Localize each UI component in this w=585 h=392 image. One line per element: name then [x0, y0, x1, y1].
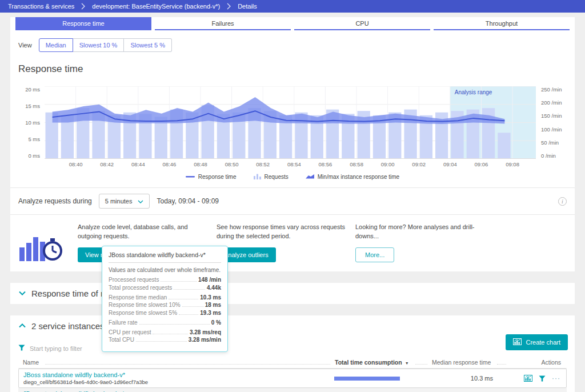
legend-item-bars: Requests [254, 173, 289, 181]
legend-item-line: Response time [186, 174, 237, 180]
legend-label: Min/max instance response time [318, 174, 399, 180]
chevron-down-icon [138, 198, 143, 205]
table-row-0[interactable]: JBoss standalone wildfly backend-v*diego… [18, 369, 567, 388]
legend-label: Requests [265, 174, 289, 180]
tooltip-title: JBoss standalone wildfly backend-v* [109, 251, 221, 263]
x-axis-tick: 08:56 [319, 161, 332, 167]
tab-bar: Response timeFailuresCPUThroughput [10, 17, 575, 30]
analysis-actions: Analyze code level, database calls, and … [10, 215, 575, 268]
view-option-slowest-10-[interactable]: Slowest 10 % [73, 38, 125, 52]
view-option-median[interactable]: Median [39, 38, 73, 52]
tab-failures[interactable]: Failures [155, 17, 291, 30]
legend-item-area: Min/max instance response time [306, 174, 399, 180]
more-icon[interactable]: ··· [552, 377, 560, 380]
breadcrumb-item-2[interactable]: Details [233, 3, 262, 10]
column-actions: Actions [511, 359, 563, 366]
chart-legend: Response timeRequestsMin/max instance re… [10, 173, 575, 181]
x-axis-tick: 08:40 [69, 161, 83, 167]
tooltip-row: CPU per request3.28 ms/req [109, 329, 221, 335]
view-option-slowest-5-[interactable]: Slowest 5 % [124, 38, 172, 52]
instance-link[interactable]: JBoss standalone wildfly backend-v* [23, 371, 125, 378]
action-card-text: See how response times vary across reque… [217, 223, 345, 242]
tooltip-subtitle: Values are calculated over whole timefra… [109, 267, 221, 273]
analyze-row: Analyze requests during 5 minutes Today,… [10, 188, 575, 214]
left-axis-tick: 5 ms [28, 136, 40, 142]
create-chart-label: Create chart [526, 339, 560, 346]
instances-table: Name Total time consumption ▼ Median res… [18, 359, 567, 392]
requests-section-header[interactable]: Response time of requests [18, 289, 567, 298]
tooltip-row-value: 19.3 ms [200, 310, 221, 316]
dotted-leader [161, 281, 197, 282]
right-axis: 250 /min200 /min150 /min100 /min50 /min0… [536, 86, 569, 159]
table-row-1[interactable]: JBoss standalone wildfly backend-v*diego… [18, 388, 567, 392]
tab-response-time[interactable]: Response time [15, 17, 151, 30]
consumption-bar-fill [334, 377, 400, 381]
tooltip-row-value: 4.44k [207, 285, 221, 291]
duration-select[interactable]: 5 minutes [99, 194, 150, 209]
column-name[interactable]: Name [23, 359, 335, 366]
tooltip-row-value: 3.28 ms/req [190, 329, 221, 335]
filter-placeholder: Start typing to filter [30, 345, 82, 352]
tooltip-row-label: Total CPU [109, 337, 134, 343]
left-axis-tick: 0 ms [28, 153, 40, 159]
dotted-leader [139, 324, 210, 325]
info-icon[interactable]: i [558, 197, 567, 206]
breadcrumb: Transactions & servicesdevelopment: Base… [0, 0, 585, 13]
instances-section-title: 2 service instances [31, 321, 105, 331]
right-axis-tick: 150 /min [541, 113, 569, 119]
x-axis-tick: 09:02 [412, 161, 426, 167]
column-total-time-consumption[interactable]: Total time consumption ▼ [335, 359, 432, 366]
right-axis-tick: 100 /min [541, 126, 569, 133]
tooltip-row-value: 148 /min [198, 277, 221, 283]
tooltip-row: Response time slowest 10%18 ms [109, 302, 221, 308]
tooltip-row-value: 10.3 ms [200, 294, 221, 301]
response-time-chart: 20 ms15 ms10 ms5 ms0 ms Analysis range 0… [10, 81, 575, 167]
x-axis-tick: 08:50 [225, 161, 239, 167]
requests-section: Response time of requests [10, 283, 575, 304]
action-button-2[interactable]: More... [355, 247, 394, 262]
x-axis-tick: 08:54 [287, 161, 301, 167]
filter-input[interactable]: Start typing to filter [18, 345, 567, 352]
instances-section: 2 service instances Create chart Start t… [10, 315, 575, 392]
tab-throughput[interactable]: Throughput [434, 17, 570, 30]
breadcrumb-item-0[interactable]: Transactions & services [3, 3, 79, 10]
timeframe-text: Today, 09:04 - 09:09 [157, 197, 219, 205]
dotted-leader [136, 341, 187, 342]
chevron-right-icon [227, 3, 231, 10]
chart-plot[interactable]: Analysis range 08:4008:4208:4408:4608:48… [45, 86, 536, 167]
x-axis-tick: 08:58 [350, 161, 363, 167]
action-card-text: Looking for more? More analyses and dril… [355, 223, 484, 242]
tooltip-group: CPU per request3.28 ms/reqTotal CPU3.28 … [109, 329, 221, 343]
left-axis-tick: 20 ms [25, 86, 40, 93]
x-axis-tick: 09:06 [475, 161, 488, 167]
page: Transactions & servicesdevelopment: Base… [0, 0, 585, 392]
chart-title: Response time [10, 54, 575, 76]
column-median-response-time[interactable]: Median response time [432, 359, 511, 366]
tab-cpu[interactable]: CPU [294, 17, 430, 30]
x-axis-tick: 08:52 [256, 161, 270, 167]
tooltip-group: Processed requests148 /minTotal processe… [109, 277, 221, 291]
create-chart-button[interactable]: Create chart [506, 334, 568, 350]
chevron-down-icon [18, 289, 26, 298]
tooltip-row: Response time slowest 5%19.3 ms [109, 310, 221, 316]
dotted-leader [174, 289, 205, 290]
tooltip-row: Total processed requests4.44k [109, 285, 221, 291]
dotted-leader [153, 334, 187, 334]
bars-swatch-icon [254, 173, 261, 181]
instance-id: diego_cell/bf56381d-fae6-4d0c-9ae0-1d96e… [23, 379, 334, 385]
instance-tooltip: JBoss standalone wildfly backend-v* Valu… [102, 246, 228, 352]
dotted-leader [179, 314, 198, 315]
chart-canvas[interactable]: Analysis range [45, 86, 536, 159]
action-card-2: Looking for more? More analyses and dril… [355, 223, 484, 262]
duration-value: 5 minutes [105, 198, 133, 205]
instances-section-header[interactable]: 2 service instances [18, 321, 567, 331]
chart-icon[interactable] [524, 375, 532, 382]
tooltip-row-label: Response time slowest 10% [109, 302, 181, 308]
area-swatch-icon [306, 174, 314, 180]
tooltip-row-label: CPU per request [109, 329, 151, 335]
tooltip-row-label: Total processed requests [109, 285, 172, 291]
filter-icon[interactable] [539, 375, 546, 382]
view-segmented-control: MedianSlowest 10 %Slowest 5 % [39, 38, 172, 52]
breadcrumb-item-1[interactable]: development: BaseEntityService (backend-… [87, 3, 225, 10]
tooltip-group: Response time median10.3 msResponse time… [109, 294, 221, 316]
